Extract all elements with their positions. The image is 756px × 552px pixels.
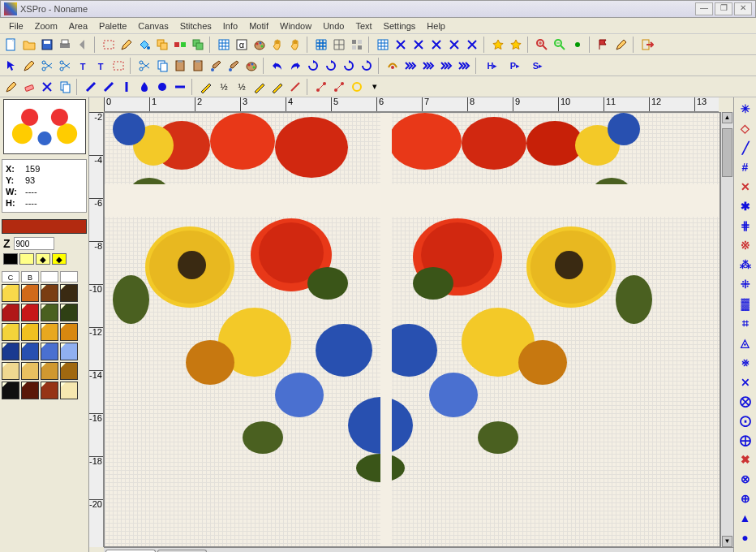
draw-icon[interactable] [21,58,37,74]
palette-swatch-23[interactable] [60,382,78,399]
stitch-type-11[interactable]: ⌗ [737,315,754,331]
current-color-swatch[interactable] [2,219,87,234]
diag-icon[interactable] [287,79,303,95]
rotate-icon[interactable] [305,58,321,74]
stitch-row-icon-2[interactable] [420,58,436,74]
dropdown-icon[interactable]: ▾ [367,79,383,95]
stitch-row-icon[interactable] [402,58,419,74]
scroll-thumb-v[interactable] [722,128,732,177]
menu-stitches[interactable]: Stitches [174,19,217,32]
stitch-type-1[interactable]: ◇ [737,120,754,136]
menu-text[interactable]: Text [350,19,377,32]
scroll-up-arrow[interactable]: ▲ [722,112,732,123]
menu-settings[interactable]: Settings [378,19,422,32]
stitch-type-10[interactable]: ▓ [737,295,754,312]
rotate-icon-4[interactable] [359,58,375,74]
cross-icon[interactable] [393,37,409,53]
star-icon[interactable] [490,37,506,53]
stitch-type-3[interactable]: # [737,159,754,175]
palette-swatch-20[interactable] [2,382,19,399]
exit-icon[interactable] [639,37,655,53]
palette-swatch-2[interactable] [41,284,58,302]
palette-icon-2[interactable] [243,58,260,74]
open-file-icon[interactable] [21,37,37,53]
palette-swatch-21[interactable] [21,382,39,399]
palette-swatch-5[interactable] [21,304,39,321]
mode-h-button[interactable]: H▸ [482,58,503,74]
redo-icon[interactable] [287,58,303,74]
node-icon[interactable] [313,79,329,95]
bead-icon[interactable] [136,79,152,95]
backstitch-icon[interactable] [83,79,99,95]
edit-icon[interactable] [613,37,629,53]
canvas[interactable] [104,112,720,547]
menu-zoom[interactable]: Zoom [29,19,63,32]
cross-icon-5[interactable] [464,37,480,53]
vertical-scrollbar[interactable]: ▲ ▼ [720,112,733,547]
vertical-icon[interactable] [118,79,135,95]
knot-icon[interactable] [154,79,170,95]
grid-icon[interactable] [216,37,232,53]
palette-swatch-6[interactable] [41,304,58,321]
stitch-type-13[interactable]: ⨳ [737,354,754,370]
menu-canvas[interactable]: Canvas [132,19,174,32]
palette-header-1[interactable]: B [21,271,39,282]
grid-tight-icon[interactable] [313,37,329,53]
palette-swatch-8[interactable] [2,323,19,341]
menu-motif[interactable]: Motif [243,19,274,32]
stitch-type-16[interactable]: ⨀ [737,412,754,429]
scissors-icon[interactable] [136,58,152,74]
pencil-tool-icon[interactable] [3,79,19,95]
stitch-type-6[interactable]: ⋕ [737,218,754,234]
brush-icon[interactable] [208,58,224,74]
print-icon[interactable] [57,37,73,53]
hand-icon-2[interactable] [287,37,303,53]
cross-icon-2[interactable] [410,37,427,53]
stitch-type-21[interactable]: ▲ [737,510,754,526]
palette-swatch-18[interactable] [41,362,58,380]
backstitch-icon-2[interactable] [101,79,117,95]
stitch-type-15[interactable]: ⨂ [737,393,754,409]
half-icon[interactable]: ½ [216,79,232,95]
palette-header-0[interactable]: C [2,271,19,282]
palette-icon[interactable] [251,37,268,53]
copy-icon[interactable] [154,58,170,74]
stitch-row-icon-3[interactable] [438,58,454,74]
stitch-type-12[interactable]: ◬ [737,334,754,351]
paste-icon[interactable] [172,58,188,74]
palette-swatch-1[interactable] [21,284,39,302]
menu-undo[interactable]: Undo [317,19,350,32]
text-icon-2[interactable]: T [92,58,109,74]
palette-swatch-13[interactable] [21,343,39,360]
ring-icon[interactable] [349,79,365,95]
mode-s-button[interactable]: S▸ [527,58,548,74]
palette-swatch-0[interactable] [2,284,19,302]
palette-swatch-17[interactable] [21,362,39,380]
stitch-type-2[interactable]: ╱ [737,140,754,156]
palette-swatch-14[interactable] [41,343,58,360]
stitch-type-22[interactable]: ● [737,529,754,546]
palette-swatch-12[interactable] [2,343,19,360]
text-icon[interactable]: T [75,58,91,74]
grid-center-icon[interactable] [331,37,347,53]
paste-icon-2[interactable] [190,58,206,74]
palette-swatch-4[interactable] [2,304,19,321]
x-stitch-icon[interactable] [39,79,55,95]
grid-quad-icon[interactable] [349,37,365,53]
marker-1[interactable] [19,253,34,265]
scroll-down-arrow[interactable]: ▼ [722,536,732,547]
palette-swatch-22[interactable] [41,382,58,399]
select-rect-icon[interactable] [101,37,117,53]
horizontal-icon[interactable] [172,79,188,95]
zoom-out-icon[interactable] [552,37,568,53]
rotate-icon-2[interactable] [323,58,339,74]
stitch-type-19[interactable]: ⊗ [737,471,754,487]
layer-icon[interactable] [57,79,73,95]
preview-thumbnail[interactable] [3,99,86,154]
quarter-icon[interactable]: ½ [234,79,250,95]
curve-icon[interactable] [384,58,401,74]
menu-help[interactable]: Help [421,19,451,32]
hand-icon[interactable] [269,37,286,53]
stitch-type-17[interactable]: ⨁ [737,432,754,448]
thread-code-input[interactable] [14,237,54,250]
